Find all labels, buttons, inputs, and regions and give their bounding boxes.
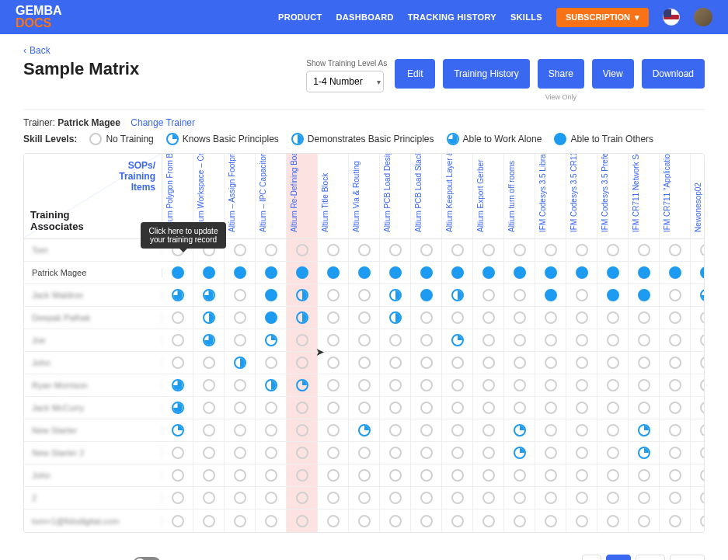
- skill-cell[interactable]: [473, 374, 504, 396]
- skill-cell[interactable]: [380, 442, 411, 464]
- skill-cell[interactable]: [442, 464, 473, 486]
- skill-cell[interactable]: [380, 284, 411, 306]
- skill-cell[interactable]: [535, 442, 566, 464]
- skill-cell[interactable]: [193, 419, 225, 441]
- back-link[interactable]: ‹ Back: [23, 45, 705, 56]
- skill-cell[interactable]: [256, 464, 287, 486]
- skill-cell[interactable]: [318, 262, 349, 283]
- skill-cell[interactable]: [566, 262, 597, 283]
- skill-cell[interactable]: [193, 262, 225, 283]
- skill-cell[interactable]: [566, 239, 597, 261]
- skill-cell[interactable]: [660, 397, 691, 419]
- skill-cell[interactable]: [225, 419, 256, 441]
- skill-cell[interactable]: [473, 239, 504, 261]
- skill-cell[interactable]: [256, 487, 287, 509]
- skill-cell[interactable]: [442, 329, 473, 351]
- skill-cell[interactable]: [411, 464, 442, 486]
- skill-cell[interactable]: [318, 419, 349, 441]
- skill-cell[interactable]: [349, 329, 380, 351]
- skill-cell[interactable]: [225, 262, 256, 283]
- skill-cell[interactable]: [256, 442, 287, 464]
- skill-cell[interactable]: [566, 307, 597, 329]
- associate-name[interactable]: 2: [24, 493, 162, 503]
- skill-cell[interactable]: [411, 419, 442, 441]
- skill-cell[interactable]: [691, 419, 705, 441]
- skill-cell[interactable]: [442, 374, 473, 396]
- column-header[interactable]: Altium Export Gerber: [473, 154, 504, 238]
- associate-name[interactable]: tom+1@fidodigital.com: [24, 517, 162, 526]
- skill-cell[interactable]: [660, 442, 691, 464]
- skill-cell[interactable]: [162, 307, 193, 329]
- skill-cell[interactable]: [193, 487, 225, 509]
- skill-cell[interactable]: [566, 329, 597, 351]
- skill-cell[interactable]: [162, 419, 193, 441]
- skill-cell[interactable]: [162, 374, 193, 396]
- download-button[interactable]: Download: [642, 59, 705, 89]
- skill-cell[interactable]: [162, 510, 193, 532]
- skill-cell[interactable]: [660, 329, 691, 351]
- skill-cell[interactable]: [504, 397, 535, 419]
- skill-cell[interactable]: [597, 374, 629, 396]
- skill-cell[interactable]: [287, 442, 318, 464]
- skill-cell[interactable]: [535, 284, 566, 306]
- skill-cell[interactable]: [380, 239, 411, 261]
- skill-cell[interactable]: [566, 352, 597, 374]
- skill-cell[interactable]: [504, 329, 535, 351]
- skill-cell[interactable]: [256, 374, 287, 396]
- skill-cell[interactable]: [691, 239, 705, 261]
- column-header[interactable]: IFM Codesys 3.5 CR1150 Packages Installa…: [566, 154, 597, 238]
- skill-cell[interactable]: [660, 284, 691, 306]
- skill-cell[interactable]: [287, 374, 318, 396]
- skill-cell[interactable]: [318, 510, 349, 532]
- skill-cell[interactable]: [691, 510, 705, 532]
- skill-cell[interactable]: [629, 239, 660, 261]
- skill-cell[interactable]: [660, 352, 691, 374]
- column-header[interactable]: IFM Codesys 3.5 Library Installation: [535, 154, 566, 238]
- skill-cell[interactable]: [411, 284, 442, 306]
- associate-name[interactable]: New Starter: [24, 426, 162, 435]
- skill-cell[interactable]: [411, 442, 442, 464]
- subscription-button[interactable]: SUBSCRIPTION ▾: [556, 8, 649, 27]
- skill-cell[interactable]: [473, 510, 504, 532]
- skill-cell[interactable]: [473, 352, 504, 374]
- skill-cell[interactable]: [349, 262, 380, 283]
- skill-cell[interactable]: [318, 397, 349, 419]
- skill-cell[interactable]: [256, 329, 287, 351]
- column-header[interactable]: Altium Via & Routing: [349, 154, 380, 238]
- skill-cell[interactable]: [256, 262, 287, 283]
- change-trainer-link[interactable]: Change Trainer: [131, 117, 195, 128]
- skill-cell[interactable]: [566, 419, 597, 441]
- skill-cell[interactable]: [225, 239, 256, 261]
- skill-cell[interactable]: [380, 397, 411, 419]
- skill-cell[interactable]: [660, 487, 691, 509]
- associate-name[interactable]: Patrick Magee: [24, 268, 162, 277]
- skill-cell[interactable]: [660, 262, 691, 283]
- skill-cell[interactable]: [411, 397, 442, 419]
- skill-cell[interactable]: [287, 262, 318, 283]
- skill-cell[interactable]: [566, 284, 597, 306]
- language-flag-icon[interactable]: [663, 9, 680, 26]
- skill-cell[interactable]: [411, 510, 442, 532]
- associate-name[interactable]: John: [24, 471, 162, 480]
- skill-cell[interactable]: [629, 352, 660, 374]
- associate-name[interactable]: John: [24, 358, 162, 367]
- skill-cell[interactable]: [349, 419, 380, 441]
- skill-cell[interactable]: [566, 397, 597, 419]
- skill-cell[interactable]: [660, 510, 691, 532]
- skill-cell[interactable]: [504, 262, 535, 283]
- skill-cell[interactable]: [504, 510, 535, 532]
- font-size-button[interactable]: A+++: [670, 555, 705, 560]
- skill-cell[interactable]: [442, 442, 473, 464]
- skill-cell[interactable]: [287, 510, 318, 532]
- skill-cell[interactable]: [349, 510, 380, 532]
- associate-name[interactable]: Deepak Pathak: [24, 313, 162, 322]
- level-select[interactable]: 1-4 Number: [306, 71, 384, 92]
- skill-cell[interactable]: [597, 239, 629, 261]
- skill-cell[interactable]: [629, 397, 660, 419]
- skill-cell[interactable]: [287, 487, 318, 509]
- skill-cell[interactable]: [225, 442, 256, 464]
- skill-cell[interactable]: [318, 374, 349, 396]
- skill-cell[interactable]: [629, 307, 660, 329]
- nav-product[interactable]: PRODUCT: [278, 12, 322, 22]
- skill-cell[interactable]: [287, 464, 318, 486]
